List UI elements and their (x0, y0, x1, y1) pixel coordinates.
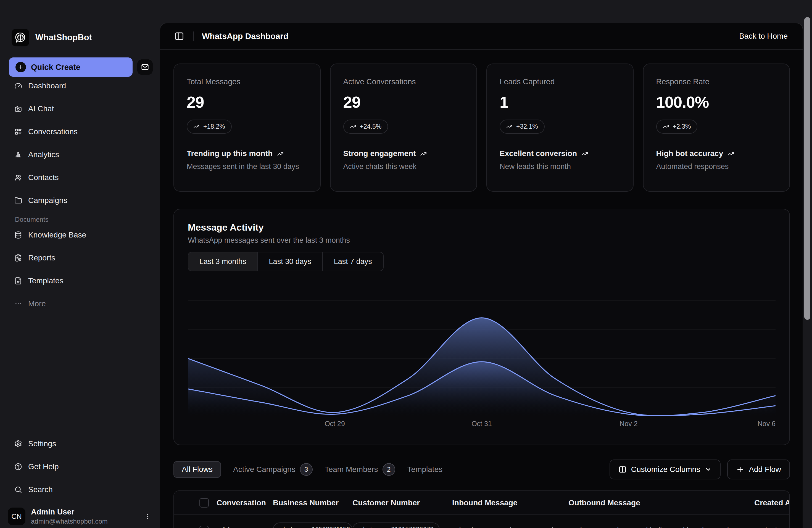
page-title: WhatsApp Dashboard (202, 31, 288, 41)
col-customer-number[interactable]: Customer Number (352, 498, 452, 507)
ellipsis-icon (14, 300, 22, 308)
cell-business-number: whatsapp:+16598371153 (273, 523, 352, 528)
x-tick-label: Oct 29 (324, 420, 345, 428)
series-2-area (188, 362, 775, 416)
stat-subtext: New leads this month (499, 161, 619, 172)
help-circle-icon (14, 463, 22, 471)
stat-card-leads-captured: Leads Captured 1 +32.1% Excellent conver… (487, 63, 634, 192)
user-menu[interactable]: CN Admin User admin@whatshopbot.com (6, 507, 153, 526)
stat-delta-badge: +18.2% (187, 120, 232, 134)
stat-delta-badge: +24.5% (343, 120, 388, 134)
trending-up-icon (727, 150, 734, 157)
time-range-segmented-control: Last 3 months Last 30 days Last 7 days (188, 252, 383, 271)
flows-tabs: All Flows Active Campaigns 3 Team Member… (173, 461, 443, 478)
row-checkbox-cell (194, 526, 214, 528)
sidebar-item-ai-chat[interactable]: AI Chat (6, 100, 153, 118)
sidebar-item-dashboard[interactable]: Dashboard (6, 77, 153, 95)
trending-up-icon (506, 123, 513, 130)
tab-active-campaigns[interactable]: Active Campaigns 3 (233, 463, 313, 476)
stat-headline: Excellent conversion (499, 149, 620, 158)
topbar-divider (193, 31, 193, 41)
col-created-at[interactable]: Created At (754, 498, 789, 507)
trending-up-icon (350, 123, 357, 130)
brain-chat-icon (14, 31, 27, 44)
sidebar-item-more[interactable]: More (6, 295, 153, 313)
brand-title: WhatShopBot (35, 33, 92, 43)
range-tab-last-3-months[interactable]: Last 3 months (188, 252, 257, 270)
select-all-checkbox[interactable] (199, 498, 209, 508)
bar-chart-icon (14, 151, 22, 159)
customize-columns-button[interactable]: Customize Columns (610, 459, 721, 480)
chart-subtitle: WhatsApp messages sent over the last 3 m… (188, 236, 775, 245)
sidebar: WhatShopBot Quick Create Dashboard AI Ch… (0, 0, 160, 528)
sidebar-item-label: Settings (28, 439, 56, 448)
database-icon (14, 231, 22, 239)
sidebar-toggle-button[interactable] (173, 30, 185, 42)
stat-subtext: Messages sent in the last 30 days (187, 161, 305, 172)
back-to-home-link[interactable]: Back to Home (739, 32, 788, 41)
stat-headline: Strong engagement (343, 149, 464, 158)
stats-row: Total Messages 29 +18.2% Trending up thi… (173, 63, 790, 192)
topbar: WhatsApp Dashboard Back to Home (160, 23, 802, 50)
row-checkbox[interactable] (199, 526, 209, 528)
sidebar-item-settings[interactable]: Settings (6, 435, 153, 453)
sidebar-item-label: More (28, 299, 46, 308)
col-conversation[interactable]: Conversation (214, 498, 273, 507)
sidebar-footer: Settings Get Help Search CN Admin User a… (6, 435, 153, 526)
list-icon (14, 128, 22, 136)
range-tab-last-7-days[interactable]: Last 7 days (322, 252, 383, 270)
tab-all-flows[interactable]: All Flows (173, 461, 221, 478)
gauge-icon (14, 82, 22, 90)
col-outbound-message[interactable]: Outbound Message (568, 498, 754, 507)
sidebar-item-label: Reports (28, 253, 55, 262)
area-chart (188, 283, 775, 416)
chart-title: Message Activity (188, 222, 775, 233)
sidebar-item-campaigns[interactable]: Campaigns (6, 191, 153, 210)
scrollbar-thumb[interactable] (804, 17, 810, 320)
sidebar-item-label: Dashboard (28, 82, 66, 90)
chevron-down-icon (705, 466, 712, 473)
add-flow-button[interactable]: Add Flow (727, 459, 790, 480)
camera-bot-icon (14, 105, 22, 113)
trending-up-icon (193, 123, 200, 130)
message-activity-card: Message Activity WhatsApp messages sent … (173, 209, 790, 445)
envelope-icon (141, 63, 149, 71)
sidebar-item-get-help[interactable]: Get Help (6, 458, 153, 476)
brand-logo (12, 29, 29, 46)
mail-button[interactable] (137, 59, 153, 75)
col-business-number[interactable]: Business Number (273, 498, 352, 507)
sidebar-item-contacts[interactable]: Contacts (6, 168, 153, 187)
stat-subtext: Automated responses (656, 161, 775, 172)
quick-create-button[interactable]: Quick Create (9, 57, 133, 77)
stat-label: Leads Captured (499, 77, 620, 86)
range-tab-last-30-days[interactable]: Last 30 days (257, 252, 322, 270)
x-tick-label: Nov 2 (620, 420, 637, 428)
stat-card-active-conversations: Active Conversations 29 +24.5% Strong en… (330, 63, 477, 192)
sidebar-item-conversations[interactable]: Conversations (6, 122, 153, 141)
tab-team-members[interactable]: Team Members 2 (325, 463, 395, 476)
stat-label: Total Messages (187, 77, 307, 86)
sidebar-item-label: Templates (28, 276, 63, 285)
folder-icon (14, 196, 22, 204)
cell-outbound-message: I'm here to assist you with diamond jewe… (568, 526, 754, 528)
stat-card-response-rate: Response Rate 100.0% +2.3% High bot accu… (643, 63, 790, 192)
users-icon (14, 174, 22, 181)
kebab-menu-icon[interactable] (142, 511, 153, 522)
sidebar-item-templates[interactable]: Templates (6, 272, 153, 290)
main-panel: WhatsApp Dashboard Back to Home Total Me… (160, 23, 803, 528)
stat-value: 100.0% (656, 93, 777, 111)
stat-value: 29 (187, 93, 307, 111)
sidebar-item-search[interactable]: Search (6, 481, 153, 499)
columns-icon (619, 465, 627, 474)
trending-up-icon (420, 150, 427, 157)
col-inbound-message[interactable]: Inbound Message (452, 498, 568, 507)
gear-icon (14, 440, 22, 448)
tab-templates[interactable]: Templates (407, 465, 443, 474)
table-row[interactable]: 1dd52033 whatsapp:+16598371153 whatsapp:… (174, 515, 789, 528)
sidebar-item-analytics[interactable]: Analytics (6, 146, 153, 164)
tab-count-badge: 3 (300, 463, 313, 476)
user-email: admin@whatshopbot.com (31, 517, 136, 525)
sidebar-item-knowledge-base[interactable]: Knowledge Base (6, 226, 153, 244)
sidebar-item-reports[interactable]: Reports (6, 249, 153, 267)
flows-table: Conversation Business Number Customer Nu… (173, 490, 790, 528)
